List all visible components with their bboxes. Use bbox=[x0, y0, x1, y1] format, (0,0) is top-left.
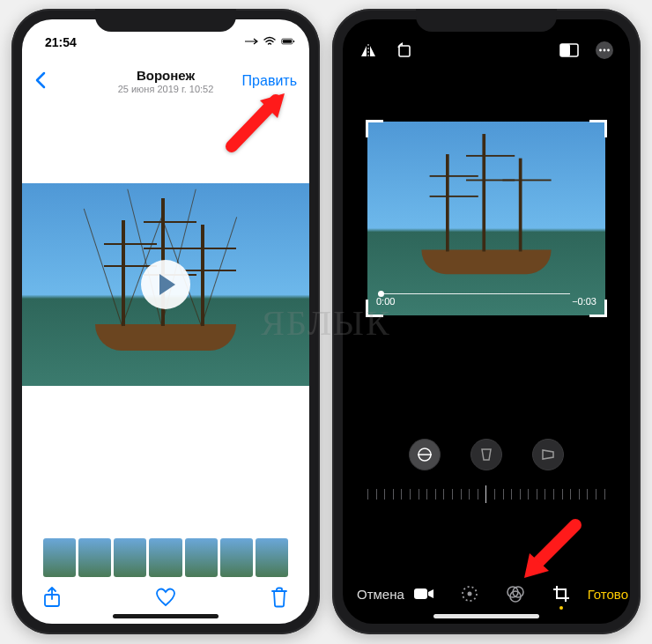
filters-mode-icon[interactable] bbox=[505, 583, 526, 604]
video-mode-icon[interactable] bbox=[413, 583, 434, 604]
favorite-button[interactable] bbox=[155, 587, 176, 608]
crop-handle-tl[interactable] bbox=[366, 120, 383, 137]
dial-ticks bbox=[367, 481, 605, 507]
share-button[interactable] bbox=[41, 587, 63, 608]
video-preview-area[interactable] bbox=[22, 104, 309, 465]
aspect-ratio-icon[interactable] bbox=[559, 41, 579, 60]
airplane-mode-icon bbox=[244, 35, 258, 49]
ship-illustration bbox=[405, 137, 567, 274]
play-button[interactable] bbox=[141, 260, 190, 309]
crop-frame: 0:00 −0:03 bbox=[367, 122, 605, 315]
rotate-icon[interactable] bbox=[394, 41, 413, 60]
crop-handle-tr[interactable] bbox=[589, 120, 607, 137]
battery-icon bbox=[281, 35, 295, 49]
svg-rect-1 bbox=[293, 41, 294, 42]
delete-button[interactable] bbox=[269, 587, 290, 608]
svg-point-10 bbox=[604, 49, 606, 52]
svg-point-9 bbox=[599, 49, 602, 52]
adjustment-buttons bbox=[343, 439, 630, 470]
svg-point-11 bbox=[607, 49, 610, 52]
crop-canvas[interactable]: 0:00 −0:03 bbox=[367, 122, 605, 315]
svg-point-16 bbox=[468, 592, 472, 596]
home-indicator[interactable] bbox=[113, 614, 219, 618]
svg-rect-7 bbox=[560, 44, 570, 56]
wifi-icon bbox=[263, 35, 277, 49]
vertical-perspective-button[interactable] bbox=[470, 439, 502, 470]
straighten-button[interactable] bbox=[409, 439, 441, 470]
adjust-mode-icon[interactable] bbox=[459, 583, 480, 604]
cancel-button[interactable]: Отмена bbox=[357, 587, 406, 602]
svg-rect-14 bbox=[414, 588, 427, 599]
time-overlay: 0:00 −0:03 bbox=[376, 296, 596, 307]
horizontal-perspective-button[interactable] bbox=[532, 439, 564, 470]
crop-handle-br[interactable] bbox=[589, 300, 607, 317]
nav-bar: Воронеж 25 июня 2019 г. 10:52 Править bbox=[22, 58, 309, 104]
crop-mode-icon[interactable] bbox=[551, 583, 572, 604]
back-button[interactable] bbox=[34, 68, 52, 95]
timeline-track[interactable] bbox=[378, 293, 570, 294]
edit-button[interactable]: Править bbox=[242, 73, 297, 89]
more-icon[interactable] bbox=[595, 41, 614, 60]
notch bbox=[416, 9, 557, 32]
notch bbox=[95, 9, 236, 32]
angle-dial[interactable] bbox=[367, 481, 605, 507]
watermark: ЯБЛЫК bbox=[261, 301, 390, 343]
done-button[interactable]: Готово bbox=[579, 587, 628, 602]
flip-icon[interactable] bbox=[359, 41, 378, 60]
home-indicator[interactable] bbox=[433, 614, 539, 618]
svg-rect-5 bbox=[399, 46, 410, 56]
play-icon bbox=[159, 274, 175, 295]
svg-rect-2 bbox=[283, 40, 292, 43]
